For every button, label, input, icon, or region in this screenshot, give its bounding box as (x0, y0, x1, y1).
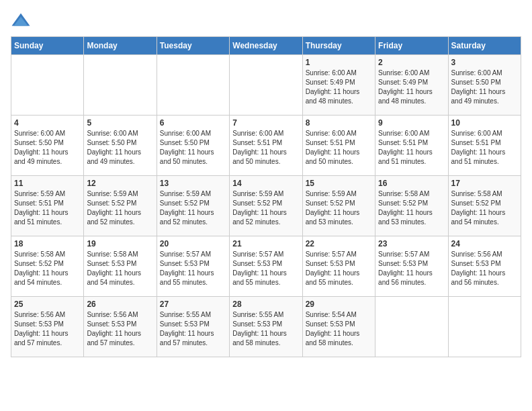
day-cell: 15Sunrise: 5:59 AM Sunset: 5:52 PM Dayli… (302, 176, 375, 236)
day-cell: 12Sunrise: 5:59 AM Sunset: 5:52 PM Dayli… (84, 176, 157, 236)
day-info: Sunrise: 5:56 AM Sunset: 5:53 PM Dayligh… (451, 250, 518, 287)
day-cell: 27Sunrise: 5:55 AM Sunset: 5:53 PM Dayli… (157, 297, 229, 357)
day-info: Sunrise: 5:55 AM Sunset: 5:53 PM Dayligh… (232, 310, 299, 348)
day-info: Sunrise: 5:58 AM Sunset: 5:52 PM Dayligh… (378, 189, 445, 227)
day-number: 14 (232, 179, 299, 188)
day-info: Sunrise: 5:58 AM Sunset: 5:52 PM Dayligh… (451, 189, 518, 227)
day-info: Sunrise: 5:56 AM Sunset: 5:53 PM Dayligh… (14, 310, 81, 348)
logo-icon (11, 11, 31, 31)
day-info: Sunrise: 5:56 AM Sunset: 5:53 PM Dayligh… (87, 310, 153, 348)
calendar-header: SundayMondayTuesdayWednesdayThursdayFrid… (11, 37, 521, 55)
day-cell: 28Sunrise: 5:55 AM Sunset: 5:53 PM Dayli… (230, 297, 302, 357)
day-cell: 9Sunrise: 6:00 AM Sunset: 5:51 PM Daylig… (375, 116, 448, 176)
day-info: Sunrise: 6:00 AM Sunset: 5:50 PM Dayligh… (160, 129, 226, 167)
day-number: 1 (306, 58, 372, 67)
day-info: Sunrise: 6:00 AM Sunset: 5:51 PM Dayligh… (306, 129, 372, 167)
week-row-1: 4Sunrise: 6:00 AM Sunset: 5:50 PM Daylig… (11, 116, 521, 176)
day-info: Sunrise: 5:57 AM Sunset: 5:53 PM Dayligh… (306, 250, 372, 287)
day-cell: 26Sunrise: 5:56 AM Sunset: 5:53 PM Dayli… (84, 297, 157, 357)
day-info: Sunrise: 5:59 AM Sunset: 5:52 PM Dayligh… (160, 189, 226, 227)
day-cell: 17Sunrise: 5:58 AM Sunset: 5:52 PM Dayli… (448, 176, 521, 236)
day-cell: 16Sunrise: 5:58 AM Sunset: 5:52 PM Dayli… (375, 176, 448, 236)
day-number: 26 (87, 300, 153, 309)
day-number: 2 (378, 58, 445, 67)
day-info: Sunrise: 6:00 AM Sunset: 5:49 PM Dayligh… (306, 68, 372, 106)
day-cell: 29Sunrise: 5:54 AM Sunset: 5:53 PM Dayli… (302, 297, 375, 357)
day-number: 11 (14, 179, 81, 188)
week-row-3: 18Sunrise: 5:58 AM Sunset: 5:52 PM Dayli… (11, 236, 521, 297)
day-info: Sunrise: 5:59 AM Sunset: 5:52 PM Dayligh… (87, 189, 153, 227)
day-info: Sunrise: 5:57 AM Sunset: 5:53 PM Dayligh… (378, 250, 445, 287)
day-number: 22 (306, 239, 372, 248)
day-number: 6 (160, 118, 226, 128)
header-cell-friday: Friday (375, 37, 448, 55)
day-info: Sunrise: 6:00 AM Sunset: 5:50 PM Dayligh… (14, 129, 81, 167)
header-cell-tuesday: Tuesday (157, 37, 229, 55)
week-row-0: 1Sunrise: 6:00 AM Sunset: 5:49 PM Daylig… (11, 55, 521, 116)
week-row-2: 11Sunrise: 5:59 AM Sunset: 5:51 PM Dayli… (11, 176, 521, 236)
day-cell (448, 297, 521, 357)
day-number: 20 (160, 239, 226, 248)
day-info: Sunrise: 6:00 AM Sunset: 5:50 PM Dayligh… (87, 129, 153, 167)
day-cell: 23Sunrise: 5:57 AM Sunset: 5:53 PM Dayli… (375, 236, 448, 297)
day-info: Sunrise: 5:57 AM Sunset: 5:53 PM Dayligh… (232, 250, 299, 287)
day-info: Sunrise: 6:00 AM Sunset: 5:51 PM Dayligh… (451, 129, 518, 167)
day-info: Sunrise: 5:55 AM Sunset: 5:53 PM Dayligh… (160, 310, 226, 348)
day-cell: 19Sunrise: 5:58 AM Sunset: 5:53 PM Dayli… (84, 236, 157, 297)
day-info: Sunrise: 6:00 AM Sunset: 5:51 PM Dayligh… (378, 129, 445, 167)
day-number: 18 (14, 239, 81, 248)
day-cell: 6Sunrise: 6:00 AM Sunset: 5:50 PM Daylig… (157, 116, 229, 176)
calendar-body: 1Sunrise: 6:00 AM Sunset: 5:49 PM Daylig… (11, 55, 521, 357)
day-info: Sunrise: 6:00 AM Sunset: 5:51 PM Dayligh… (232, 129, 299, 167)
day-cell: 20Sunrise: 5:57 AM Sunset: 5:53 PM Dayli… (157, 236, 229, 297)
day-cell: 22Sunrise: 5:57 AM Sunset: 5:53 PM Dayli… (302, 236, 375, 297)
day-cell: 8Sunrise: 6:00 AM Sunset: 5:51 PM Daylig… (302, 116, 375, 176)
day-number: 21 (232, 239, 299, 248)
day-number: 8 (306, 118, 372, 128)
day-cell: 18Sunrise: 5:58 AM Sunset: 5:52 PM Dayli… (11, 236, 84, 297)
day-number: 5 (87, 118, 153, 128)
day-cell (230, 55, 302, 116)
day-info: Sunrise: 6:00 AM Sunset: 5:50 PM Dayligh… (451, 68, 518, 106)
day-info: Sunrise: 5:59 AM Sunset: 5:52 PM Dayligh… (306, 189, 372, 227)
day-cell: 13Sunrise: 5:59 AM Sunset: 5:52 PM Dayli… (157, 176, 229, 236)
day-number: 19 (87, 239, 153, 248)
day-cell (84, 55, 157, 116)
day-number: 13 (160, 179, 226, 188)
day-info: Sunrise: 5:54 AM Sunset: 5:53 PM Dayligh… (306, 310, 372, 348)
day-cell: 4Sunrise: 6:00 AM Sunset: 5:50 PM Daylig… (11, 116, 84, 176)
day-cell: 10Sunrise: 6:00 AM Sunset: 5:51 PM Dayli… (448, 116, 521, 176)
day-number: 7 (232, 118, 299, 128)
day-number: 23 (378, 239, 445, 248)
day-cell: 7Sunrise: 6:00 AM Sunset: 5:51 PM Daylig… (230, 116, 302, 176)
header-cell-sunday: Sunday (11, 37, 84, 55)
day-number: 15 (306, 179, 372, 188)
day-cell: 2Sunrise: 6:00 AM Sunset: 5:49 PM Daylig… (375, 55, 448, 116)
header-cell-wednesday: Wednesday (230, 37, 302, 55)
day-cell: 24Sunrise: 5:56 AM Sunset: 5:53 PM Dayli… (448, 236, 521, 297)
day-number: 3 (451, 58, 518, 67)
header-cell-saturday: Saturday (448, 37, 521, 55)
header-cell-thursday: Thursday (302, 37, 375, 55)
day-cell: 14Sunrise: 5:59 AM Sunset: 5:52 PM Dayli… (230, 176, 302, 236)
calendar-table: SundayMondayTuesdayWednesdayThursdayFrid… (11, 36, 521, 357)
day-cell: 11Sunrise: 5:59 AM Sunset: 5:51 PM Dayli… (11, 176, 84, 236)
day-number: 16 (378, 179, 445, 188)
day-number: 17 (451, 179, 518, 188)
day-info: Sunrise: 5:58 AM Sunset: 5:53 PM Dayligh… (87, 250, 153, 287)
day-info: Sunrise: 6:00 AM Sunset: 5:49 PM Dayligh… (378, 68, 445, 106)
day-info: Sunrise: 5:59 AM Sunset: 5:52 PM Dayligh… (232, 189, 299, 227)
day-cell (375, 297, 448, 357)
day-info: Sunrise: 5:59 AM Sunset: 5:51 PM Dayligh… (14, 189, 81, 227)
day-cell: 3Sunrise: 6:00 AM Sunset: 5:50 PM Daylig… (448, 55, 521, 116)
day-number: 27 (160, 300, 226, 309)
day-number: 4 (14, 118, 81, 128)
week-row-4: 25Sunrise: 5:56 AM Sunset: 5:53 PM Dayli… (11, 297, 521, 357)
logo (11, 11, 34, 31)
header-cell-monday: Monday (84, 37, 157, 55)
day-cell (11, 55, 84, 116)
header (11, 11, 521, 31)
day-number: 24 (451, 239, 518, 248)
day-info: Sunrise: 5:58 AM Sunset: 5:52 PM Dayligh… (14, 250, 81, 287)
day-cell: 21Sunrise: 5:57 AM Sunset: 5:53 PM Dayli… (230, 236, 302, 297)
